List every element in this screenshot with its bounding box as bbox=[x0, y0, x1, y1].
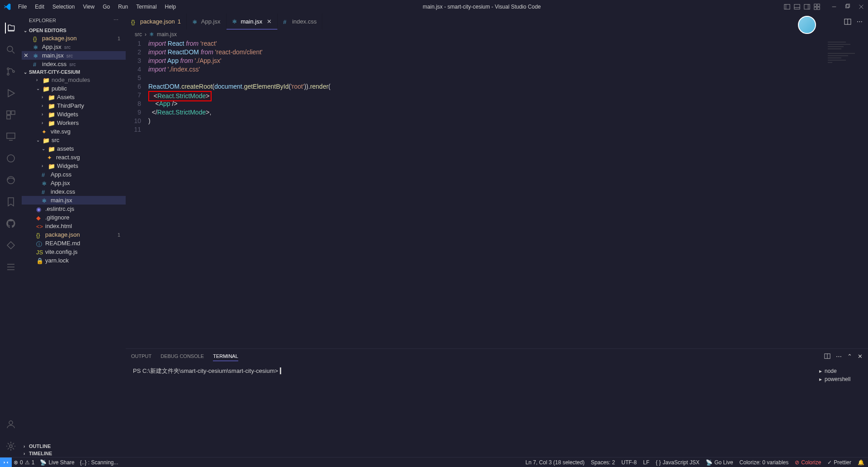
terminal-output[interactable]: PS C:\新建文件夹\smart-city-cesium\smart-city… bbox=[126, 363, 814, 457]
remote-button[interactable] bbox=[0, 457, 12, 467]
code-editor[interactable]: 1234567891011 import React from 'react'i… bbox=[126, 39, 868, 348]
status-cursor[interactable]: Ln 7, Col 3 (18 selected) bbox=[525, 459, 585, 466]
file-item[interactable]: ✦react.svg bbox=[22, 153, 126, 162]
editor-tab[interactable]: ⚛App.jsx bbox=[187, 14, 226, 29]
file-item[interactable]: 🔒yarn.lock bbox=[22, 256, 126, 265]
minimap[interactable] bbox=[826, 39, 862, 348]
folder-item[interactable]: ›📁Widgets bbox=[22, 110, 126, 119]
activity-run-debug-icon[interactable] bbox=[5, 88, 16, 99]
status-eol[interactable]: LF bbox=[643, 459, 649, 466]
editor-tab[interactable]: #index.css bbox=[278, 14, 322, 29]
activity-bar bbox=[0, 14, 22, 457]
status-prettier[interactable]: ✓ Prettier bbox=[827, 459, 851, 466]
panel-tab-debug[interactable]: DEBUG CONSOLE bbox=[160, 352, 204, 361]
activity-source-control-icon[interactable] bbox=[5, 66, 16, 77]
folder-item[interactable]: ›📁Workers bbox=[22, 119, 126, 127]
activity-search-icon[interactable] bbox=[5, 44, 16, 55]
status-colorize-vars[interactable]: Colorize: 0 variables bbox=[740, 459, 789, 466]
folder-item[interactable]: ⌄📁public bbox=[22, 84, 126, 93]
menu-go[interactable]: Go bbox=[99, 2, 113, 12]
file-item[interactable]: ◉.eslintrc.cjs bbox=[22, 205, 126, 213]
file-item[interactable]: JSvite.config.js bbox=[22, 248, 126, 256]
activity-docker-icon[interactable] bbox=[5, 153, 16, 164]
terminal-powershell[interactable]: ▸powershell bbox=[817, 375, 864, 383]
status-problems[interactable]: ⊗0 ⚠1 bbox=[14, 459, 34, 466]
split-editor-icon[interactable] bbox=[844, 18, 851, 25]
svg-point-15 bbox=[7, 46, 13, 52]
open-editors-section[interactable]: ⌄OPEN EDITORS bbox=[22, 27, 126, 34]
folder-item[interactable]: ⌄📁src bbox=[22, 136, 126, 144]
status-colorize[interactable]: ⊘ Colorize bbox=[795, 459, 821, 466]
activity-extensions-icon[interactable] bbox=[5, 110, 16, 120]
status-scanning[interactable]: {..} : Scanning... bbox=[80, 459, 118, 466]
terminal-more-icon[interactable]: ⋯ bbox=[836, 353, 842, 360]
bottom-panel: OUTPUT DEBUG CONSOLE TERMINAL ⋯ ⌃ ✕ PS C… bbox=[126, 348, 868, 457]
minimize-icon[interactable] bbox=[831, 4, 837, 10]
folder-item[interactable]: ›📁Widgets bbox=[22, 162, 126, 170]
file-item[interactable]: ◆.gitignore bbox=[22, 213, 126, 222]
activity-edge-icon[interactable] bbox=[5, 175, 16, 186]
activity-todo-icon[interactable] bbox=[5, 262, 16, 272]
toggle-secondary-sidebar-icon[interactable] bbox=[804, 4, 810, 10]
menu-file[interactable]: File bbox=[14, 2, 30, 12]
file-item[interactable]: <>index.html bbox=[22, 222, 126, 230]
activity-explorer-icon[interactable] bbox=[5, 23, 16, 33]
panel-tab-output[interactable]: OUTPUT bbox=[131, 352, 151, 361]
status-golive[interactable]: 📡Go Live bbox=[706, 459, 733, 466]
explorer-more-icon[interactable]: ⋯ bbox=[113, 17, 118, 23]
file-item[interactable]: ⓘREADME.md bbox=[22, 239, 126, 248]
file-item[interactable]: #App.css bbox=[22, 170, 126, 179]
menu-view[interactable]: View bbox=[79, 2, 98, 12]
activity-settings-icon[interactable] bbox=[5, 441, 16, 452]
activity-liveshare-icon[interactable] bbox=[5, 240, 16, 251]
activity-remote-icon[interactable] bbox=[5, 131, 16, 142]
menu-help[interactable]: Help bbox=[161, 2, 180, 12]
customize-layout-icon[interactable] bbox=[814, 4, 820, 10]
menu-edit[interactable]: Edit bbox=[31, 2, 48, 12]
folder-item[interactable]: ›📁Assets bbox=[22, 93, 126, 101]
folder-item[interactable]: ›📁ThirdParty bbox=[22, 101, 126, 110]
close-icon[interactable] bbox=[858, 4, 864, 10]
panel-close-icon[interactable]: ✕ bbox=[858, 353, 863, 360]
project-section[interactable]: ⌄SMART-CITY-CESIUM bbox=[22, 68, 126, 76]
svg-rect-2 bbox=[794, 5, 800, 10]
file-item[interactable]: ⚛App.jsx bbox=[22, 179, 126, 187]
terminal-node[interactable]: ▸node bbox=[817, 367, 864, 375]
editor-tab[interactable]: ⚛main.jsx✕ bbox=[226, 14, 278, 29]
breadcrumbs[interactable]: src › ⚛ main.jsx bbox=[126, 29, 868, 39]
folder-item[interactable]: ›📁node_modules bbox=[22, 76, 126, 84]
file-item[interactable]: {}package.json1 bbox=[22, 230, 126, 239]
timeline-section[interactable]: ›TIMELINE bbox=[22, 450, 126, 457]
open-editor-item[interactable]: ✕⚛main.jsx src bbox=[22, 51, 126, 60]
status-liveshare[interactable]: 📡Live Share bbox=[40, 459, 74, 466]
maximize-icon[interactable] bbox=[844, 4, 851, 10]
status-spaces[interactable]: Spaces: 2 bbox=[591, 459, 615, 466]
menu-terminal[interactable]: Terminal bbox=[132, 2, 160, 12]
outline-section[interactable]: ›OUTLINE bbox=[22, 443, 126, 450]
folder-item[interactable]: ⌄📁assets bbox=[22, 144, 126, 153]
file-item[interactable]: ⚛main.jsx bbox=[22, 196, 126, 205]
status-notifications-icon[interactable]: 🔔 bbox=[858, 459, 864, 466]
panel-tab-terminal[interactable]: TERMINAL bbox=[213, 352, 238, 361]
status-encoding[interactable]: UTF-8 bbox=[621, 459, 637, 466]
file-item[interactable]: ✦vite.svg bbox=[22, 127, 126, 136]
activity-bookmark-icon[interactable] bbox=[5, 196, 16, 207]
open-editor-item[interactable]: ✕#index.css src bbox=[22, 60, 126, 68]
svg-rect-9 bbox=[817, 7, 820, 10]
toggle-panel-icon[interactable] bbox=[794, 4, 800, 10]
open-editor-item[interactable]: ✕⚛App.jsx src bbox=[22, 43, 126, 51]
terminal-split-icon[interactable] bbox=[824, 353, 830, 359]
editor-more-icon[interactable]: ⋯ bbox=[857, 18, 863, 25]
open-editor-item[interactable]: ✕{}package.json1 bbox=[22, 34, 126, 43]
editor-tab[interactable]: {}package.json 1 bbox=[126, 14, 187, 29]
user-avatar[interactable] bbox=[798, 16, 816, 34]
file-item[interactable]: #index.css bbox=[22, 187, 126, 196]
panel-maximize-icon[interactable]: ⌃ bbox=[847, 353, 852, 360]
status-language[interactable]: { } JavaScript JSX bbox=[656, 459, 699, 466]
activity-accounts-icon[interactable] bbox=[5, 419, 16, 430]
editor-area: {}package.json 1⚛App.jsx⚛main.jsx✕#index… bbox=[126, 14, 868, 457]
menu-run[interactable]: Run bbox=[114, 2, 132, 12]
toggle-primary-sidebar-icon[interactable] bbox=[784, 4, 790, 10]
activity-github-icon[interactable] bbox=[5, 218, 16, 229]
menu-selection[interactable]: Selection bbox=[49, 2, 78, 12]
